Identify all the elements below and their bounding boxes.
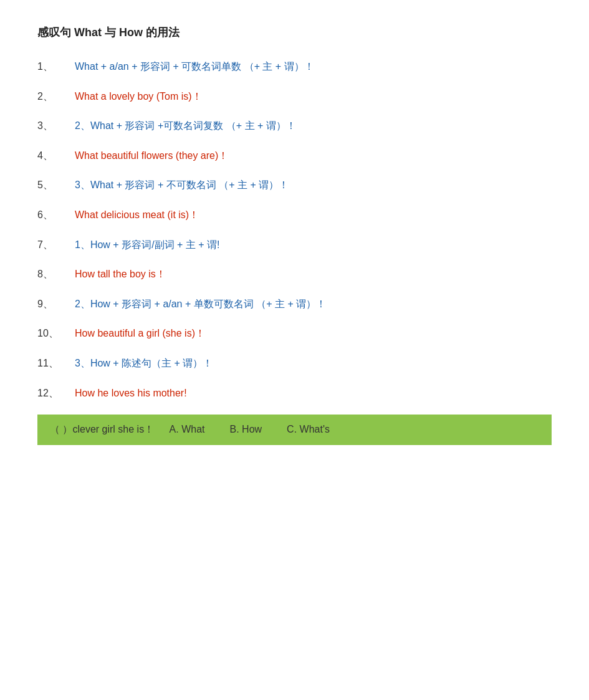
item-text: How beautiful a girl (she is)！ — [75, 325, 205, 342]
item-number: 2、 — [37, 89, 75, 105]
item-number: 12、 — [37, 385, 75, 401]
item-text: What delicious meat (it is)！ — [75, 207, 199, 223]
item-number: 9、 — [37, 296, 75, 312]
list-item: 4、What beautiful flowers (they are)！ — [37, 148, 552, 164]
item-text: How he loves his mother! — [75, 385, 187, 401]
items-list: 1、What + a/an + 形容词 + 可数名词单数 （+ 主 + 谓）！2… — [37, 59, 552, 401]
item-number: 1、 — [37, 59, 75, 75]
list-item: 10、How beautiful a girl (she is)！ — [37, 325, 552, 342]
list-item: 8、How tall the boy is！ — [37, 266, 552, 282]
list-item: 11、3、How + 陈述句（主 + 谓）！ — [37, 355, 552, 372]
list-item: 2、What a lovely boy (Tom is)！ — [37, 89, 552, 105]
page-title: 感叹句 What 与 How 的用法 — [37, 25, 552, 40]
item-number: 7、 — [37, 237, 75, 253]
option-a[interactable]: A. What — [170, 424, 205, 435]
list-item: 7、1、How + 形容词/副词 + 主 + 谓! — [37, 237, 552, 253]
item-number: 6、 — [37, 207, 75, 223]
item-number: 10、 — [37, 325, 75, 342]
item-number: 8、 — [37, 266, 75, 282]
page-container: 感叹句 What 与 How 的用法 1、What + a/an + 形容词 +… — [0, 0, 589, 470]
item-text: 3、What + 形容词 + 不可数名词 （+ 主 + 谓）！ — [75, 177, 289, 193]
list-item: 3、2、What + 形容词 +可数名词复数 （+ 主 + 谓）！ — [37, 118, 552, 134]
option-b[interactable]: B. How — [230, 424, 262, 435]
item-text: How tall the boy is！ — [75, 266, 166, 282]
item-text: 2、How + 形容词 + a/an + 单数可数名词 （+ 主 + 谓）！ — [75, 296, 326, 312]
exercise-prefix: （ ）clever girl she is！ — [50, 424, 154, 434]
item-number: 5、 — [37, 177, 75, 193]
item-text: What + a/an + 形容词 + 可数名词单数 （+ 主 + 谓）！ — [75, 59, 314, 75]
list-item: 5、3、What + 形容词 + 不可数名词 （+ 主 + 谓）！ — [37, 177, 552, 193]
option-c[interactable]: C. What's — [287, 424, 330, 435]
list-item: 1、What + a/an + 形容词 + 可数名词单数 （+ 主 + 谓）！ — [37, 59, 552, 75]
exercise-options: A. What B. How C. What's — [170, 424, 330, 435]
list-item: 9、2、How + 形容词 + a/an + 单数可数名词 （+ 主 + 谓）！ — [37, 296, 552, 312]
item-text: 2、What + 形容词 +可数名词复数 （+ 主 + 谓）！ — [75, 118, 296, 134]
item-text: What a lovely boy (Tom is)！ — [75, 89, 202, 105]
item-text: 1、How + 形容词/副词 + 主 + 谓! — [75, 237, 220, 253]
item-number: 4、 — [37, 148, 75, 164]
item-text: What beautiful flowers (they are)！ — [75, 148, 228, 164]
item-number: 3、 — [37, 118, 75, 134]
list-item: 6、What delicious meat (it is)！ — [37, 207, 552, 223]
list-item: 12、How he loves his mother! — [37, 385, 552, 401]
item-text: 3、How + 陈述句（主 + 谓）！ — [75, 355, 213, 372]
exercise-row: （ ）clever girl she is！ A. What B. How C.… — [37, 415, 552, 445]
item-number: 11、 — [37, 355, 75, 372]
